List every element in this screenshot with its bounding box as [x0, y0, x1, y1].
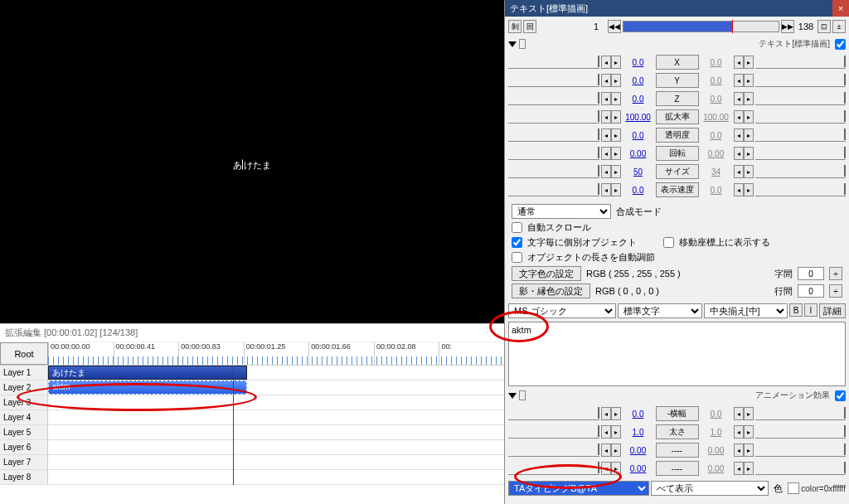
timeline-clip[interactable]: あけたま [48, 366, 247, 380]
step-up-icon[interactable]: ▸ [611, 128, 621, 142]
step-down-icon[interactable]: ◂ [601, 92, 611, 105]
loop-icon[interactable]: 回 [523, 20, 536, 33]
param-slider-left[interactable] [508, 110, 599, 124]
param-value-right[interactable]: 0.0 [701, 186, 732, 195]
param-value-right[interactable]: 0.0 [701, 94, 732, 104]
anim-effect-select[interactable]: TAタイピングB@TA [508, 481, 649, 496]
auto-scroll-checkbox[interactable] [512, 222, 522, 233]
collapse-icon[interactable] [508, 41, 517, 47]
step-up-icon[interactable]: ▸ [611, 462, 621, 475]
param-value-right[interactable]: 0.0 [701, 76, 732, 85]
anim-show-select[interactable]: べて表示 [651, 481, 769, 496]
param-name-button[interactable]: サイズ [656, 164, 699, 179]
frame-last-icon[interactable]: ▶▶ [781, 20, 794, 33]
step-up-icon[interactable]: ▸ [744, 74, 754, 87]
step-up-icon[interactable]: ▸ [611, 443, 621, 457]
param-name-button[interactable]: -横幅 [656, 406, 699, 421]
step-down-icon[interactable]: ◂ [601, 183, 611, 196]
step-down-icon[interactable]: ◂ [734, 74, 744, 87]
param-name-button[interactable]: ---- [656, 443, 699, 458]
param-value-left[interactable]: 1.0 [623, 428, 654, 437]
timeline-row[interactable]: Layer 4 [0, 410, 504, 425]
timeline-ruler[interactable]: 00:00:00.0000:00:00.4100:00:00.8300:00:0… [48, 342, 504, 365]
playhead[interactable] [233, 366, 234, 485]
timeline-row[interactable]: Layer 8 [0, 470, 504, 485]
layer-label[interactable]: Layer 1 [0, 366, 48, 380]
step-up-icon[interactable]: ▸ [744, 128, 754, 142]
layer-label[interactable]: Layer 8 [0, 470, 48, 484]
section-enable-checkbox[interactable] [835, 39, 846, 50]
param-slider-left[interactable] [508, 462, 599, 475]
param-slider-right[interactable] [755, 56, 847, 69]
step-down-icon[interactable]: ◂ [734, 147, 744, 160]
step-up-icon[interactable]: ▸ [744, 407, 754, 420]
param-value-left[interactable]: 50 [623, 167, 654, 177]
step-down-icon[interactable]: ◂ [734, 425, 744, 439]
param-slider-right[interactable] [755, 128, 847, 142]
char-spacing-stepper[interactable]: ÷ [829, 267, 842, 280]
step-down-icon[interactable]: ◂ [734, 462, 744, 475]
line-spacing-field[interactable] [798, 284, 824, 298]
param-name-button[interactable]: ---- [656, 461, 699, 476]
char-spacing-field[interactable] [798, 267, 824, 280]
param-slider-right[interactable] [755, 74, 847, 87]
section-anim-header[interactable]: アニメーション効果 [505, 388, 849, 403]
timeline-row[interactable]: Layer 5 [0, 425, 504, 440]
layer-track[interactable] [48, 425, 504, 439]
param-value-left[interactable]: 0.0 [623, 58, 654, 67]
text-color-button[interactable]: 文字色の設定 [512, 266, 581, 281]
step-up-icon[interactable]: ▸ [611, 110, 621, 124]
param-value-left[interactable]: 0.00 [623, 446, 654, 455]
param-slider-right[interactable] [755, 425, 847, 439]
param-value-right[interactable]: 34 [701, 167, 732, 177]
detail-button[interactable]: 詳細 [819, 303, 846, 318]
line-spacing-stepper[interactable]: ÷ [829, 284, 842, 298]
param-value-right[interactable]: 0.00 [701, 446, 732, 455]
timeline-clip[interactable]: aktm [48, 380, 247, 395]
frame-first-icon[interactable]: ◀◀ [608, 20, 621, 33]
param-value-right[interactable]: 0.0 [701, 58, 732, 67]
param-value-right[interactable]: 1.0 [701, 428, 732, 437]
text-input[interactable]: aktm [508, 322, 846, 386]
param-slider-left[interactable] [508, 165, 599, 178]
font-select[interactable]: MS ゴシック [508, 303, 616, 318]
blend-mode-select[interactable]: 通常 [512, 204, 611, 219]
layer-track[interactable] [48, 455, 504, 469]
step-up-icon[interactable]: ▸ [744, 425, 754, 439]
param-slider-right[interactable] [755, 92, 847, 105]
step-down-icon[interactable]: ◂ [601, 56, 611, 69]
step-up-icon[interactable]: ▸ [611, 56, 621, 69]
param-value-left[interactable]: 0.0 [623, 131, 654, 140]
param-name-button[interactable]: X [656, 55, 699, 70]
italic-button[interactable]: I [804, 303, 817, 317]
param-slider-right[interactable] [755, 165, 847, 178]
step-down-icon[interactable]: ◂ [601, 407, 611, 420]
step-down-icon[interactable]: ◂ [734, 407, 744, 420]
step-down-icon[interactable]: ◂ [601, 165, 611, 178]
param-value-left[interactable]: 0.0 [623, 94, 654, 104]
step-up-icon[interactable]: ▸ [611, 165, 621, 178]
step-down-icon[interactable]: ◂ [601, 74, 611, 87]
param-slider-left[interactable] [508, 407, 599, 420]
step-down-icon[interactable]: ◂ [734, 110, 744, 124]
layer-track[interactable] [48, 410, 504, 424]
timeline-row[interactable]: Layer 2aktm [0, 380, 504, 395]
close-icon[interactable]: × [832, 0, 849, 17]
layer-label[interactable]: Layer 6 [0, 440, 48, 454]
param-slider-right[interactable] [755, 147, 847, 160]
param-value-right[interactable]: 0.00 [701, 149, 732, 158]
layer-track[interactable] [48, 395, 504, 410]
step-up-icon[interactable]: ▸ [611, 147, 621, 160]
step-down-icon[interactable]: ◂ [601, 147, 611, 160]
grip-icon[interactable] [519, 39, 526, 49]
param-name-button[interactable]: Z [656, 91, 699, 106]
param-value-left[interactable]: 0.0 [623, 410, 654, 419]
timeline-row[interactable]: Layer 6 [0, 440, 504, 455]
param-value-left[interactable]: 0.0 [623, 76, 654, 85]
anim-color-swatch[interactable] [788, 482, 799, 494]
layer-label[interactable]: Layer 3 [0, 395, 48, 410]
param-value-right[interactable]: 100.00 [701, 113, 732, 122]
timeline-row[interactable]: Layer 1あけたま [0, 366, 504, 380]
param-slider-left[interactable] [508, 425, 599, 439]
step-up-icon[interactable]: ▸ [611, 425, 621, 439]
